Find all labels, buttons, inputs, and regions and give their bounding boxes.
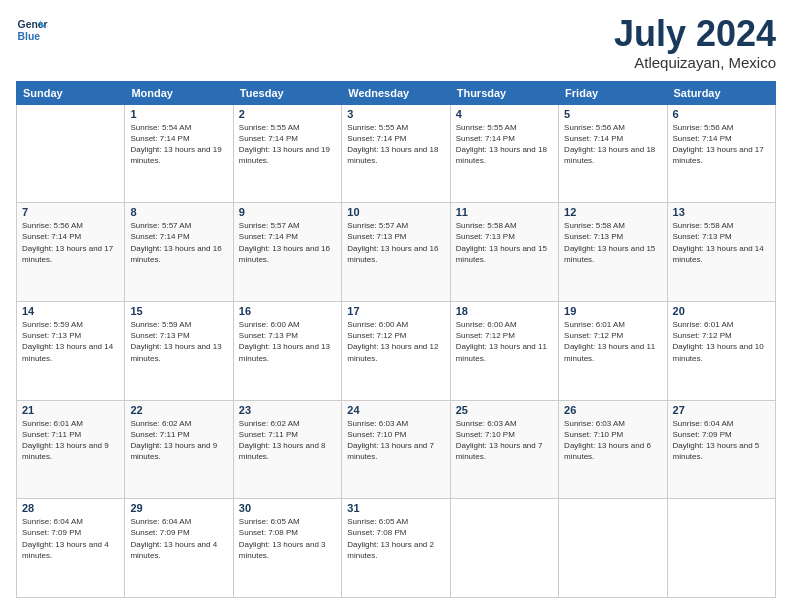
- calendar-cell: 28Sunrise: 6:04 AMSunset: 7:09 PMDayligh…: [17, 499, 125, 598]
- day-number: 31: [347, 502, 444, 514]
- calendar-cell: 24Sunrise: 6:03 AMSunset: 7:10 PMDayligh…: [342, 400, 450, 499]
- week-row: 28Sunrise: 6:04 AMSunset: 7:09 PMDayligh…: [17, 499, 776, 598]
- day-of-week-header: Sunday: [17, 81, 125, 104]
- calendar-cell: 14Sunrise: 5:59 AMSunset: 7:13 PMDayligh…: [17, 301, 125, 400]
- calendar-cell: 10Sunrise: 5:57 AMSunset: 7:13 PMDayligh…: [342, 203, 450, 302]
- day-of-week-header: Tuesday: [233, 81, 341, 104]
- day-of-week-header: Wednesday: [342, 81, 450, 104]
- day-info: Sunrise: 6:05 AMSunset: 7:08 PMDaylight:…: [239, 516, 336, 561]
- day-of-week-header: Friday: [559, 81, 667, 104]
- calendar-cell: 17Sunrise: 6:00 AMSunset: 7:12 PMDayligh…: [342, 301, 450, 400]
- day-number: 8: [130, 206, 227, 218]
- day-info: Sunrise: 5:57 AMSunset: 7:14 PMDaylight:…: [239, 220, 336, 265]
- day-info: Sunrise: 6:01 AMSunset: 7:11 PMDaylight:…: [22, 418, 119, 463]
- day-number: 2: [239, 108, 336, 120]
- day-info: Sunrise: 6:00 AMSunset: 7:13 PMDaylight:…: [239, 319, 336, 364]
- title-block: July 2024 Atlequizayan, Mexico: [614, 14, 776, 71]
- calendar-cell: 18Sunrise: 6:00 AMSunset: 7:12 PMDayligh…: [450, 301, 558, 400]
- day-number: 24: [347, 404, 444, 416]
- week-row: 21Sunrise: 6:01 AMSunset: 7:11 PMDayligh…: [17, 400, 776, 499]
- day-number: 6: [673, 108, 770, 120]
- day-number: 5: [564, 108, 661, 120]
- day-info: Sunrise: 6:00 AMSunset: 7:12 PMDaylight:…: [347, 319, 444, 364]
- day-number: 7: [22, 206, 119, 218]
- day-number: 12: [564, 206, 661, 218]
- header: General Blue July 2024 Atlequizayan, Mex…: [16, 14, 776, 71]
- day-info: Sunrise: 6:01 AMSunset: 7:12 PMDaylight:…: [564, 319, 661, 364]
- logo-icon: General Blue: [16, 14, 48, 46]
- day-info: Sunrise: 5:59 AMSunset: 7:13 PMDaylight:…: [22, 319, 119, 364]
- day-number: 27: [673, 404, 770, 416]
- day-number: 3: [347, 108, 444, 120]
- day-number: 21: [22, 404, 119, 416]
- calendar-cell: 27Sunrise: 6:04 AMSunset: 7:09 PMDayligh…: [667, 400, 775, 499]
- day-number: 28: [22, 502, 119, 514]
- calendar-cell: 11Sunrise: 5:58 AMSunset: 7:13 PMDayligh…: [450, 203, 558, 302]
- day-of-week-header: Saturday: [667, 81, 775, 104]
- day-number: 26: [564, 404, 661, 416]
- month-title: July 2024: [614, 14, 776, 54]
- day-of-week-header: Thursday: [450, 81, 558, 104]
- day-number: 17: [347, 305, 444, 317]
- day-number: 16: [239, 305, 336, 317]
- week-row: 1Sunrise: 5:54 AMSunset: 7:14 PMDaylight…: [17, 104, 776, 203]
- day-number: 23: [239, 404, 336, 416]
- calendar-cell: 30Sunrise: 6:05 AMSunset: 7:08 PMDayligh…: [233, 499, 341, 598]
- day-number: 10: [347, 206, 444, 218]
- day-info: Sunrise: 5:58 AMSunset: 7:13 PMDaylight:…: [564, 220, 661, 265]
- calendar-cell: 4Sunrise: 5:55 AMSunset: 7:14 PMDaylight…: [450, 104, 558, 203]
- calendar-cell: [667, 499, 775, 598]
- day-info: Sunrise: 6:04 AMSunset: 7:09 PMDaylight:…: [673, 418, 770, 463]
- day-info: Sunrise: 6:03 AMSunset: 7:10 PMDaylight:…: [564, 418, 661, 463]
- calendar-cell: [559, 499, 667, 598]
- calendar-cell: [17, 104, 125, 203]
- day-info: Sunrise: 5:55 AMSunset: 7:14 PMDaylight:…: [239, 122, 336, 167]
- day-info: Sunrise: 5:56 AMSunset: 7:14 PMDaylight:…: [22, 220, 119, 265]
- logo: General Blue: [16, 14, 48, 46]
- calendar-cell: 20Sunrise: 6:01 AMSunset: 7:12 PMDayligh…: [667, 301, 775, 400]
- day-info: Sunrise: 6:03 AMSunset: 7:10 PMDaylight:…: [347, 418, 444, 463]
- day-number: 22: [130, 404, 227, 416]
- day-info: Sunrise: 5:55 AMSunset: 7:14 PMDaylight:…: [347, 122, 444, 167]
- calendar-cell: [450, 499, 558, 598]
- day-info: Sunrise: 5:54 AMSunset: 7:14 PMDaylight:…: [130, 122, 227, 167]
- calendar-cell: 26Sunrise: 6:03 AMSunset: 7:10 PMDayligh…: [559, 400, 667, 499]
- calendar-table: SundayMondayTuesdayWednesdayThursdayFrid…: [16, 81, 776, 598]
- day-number: 11: [456, 206, 553, 218]
- day-number: 13: [673, 206, 770, 218]
- day-number: 20: [673, 305, 770, 317]
- day-number: 9: [239, 206, 336, 218]
- calendar-cell: 8Sunrise: 5:57 AMSunset: 7:14 PMDaylight…: [125, 203, 233, 302]
- calendar-cell: 22Sunrise: 6:02 AMSunset: 7:11 PMDayligh…: [125, 400, 233, 499]
- day-number: 1: [130, 108, 227, 120]
- day-number: 4: [456, 108, 553, 120]
- day-info: Sunrise: 5:59 AMSunset: 7:13 PMDaylight:…: [130, 319, 227, 364]
- day-info: Sunrise: 5:58 AMSunset: 7:13 PMDaylight:…: [456, 220, 553, 265]
- week-row: 14Sunrise: 5:59 AMSunset: 7:13 PMDayligh…: [17, 301, 776, 400]
- day-number: 19: [564, 305, 661, 317]
- calendar-cell: 31Sunrise: 6:05 AMSunset: 7:08 PMDayligh…: [342, 499, 450, 598]
- day-number: 18: [456, 305, 553, 317]
- calendar-cell: 15Sunrise: 5:59 AMSunset: 7:13 PMDayligh…: [125, 301, 233, 400]
- day-info: Sunrise: 6:05 AMSunset: 7:08 PMDaylight:…: [347, 516, 444, 561]
- day-info: Sunrise: 5:56 AMSunset: 7:14 PMDaylight:…: [564, 122, 661, 167]
- day-of-week-header: Monday: [125, 81, 233, 104]
- day-number: 14: [22, 305, 119, 317]
- day-info: Sunrise: 6:04 AMSunset: 7:09 PMDaylight:…: [22, 516, 119, 561]
- day-number: 25: [456, 404, 553, 416]
- calendar-cell: 3Sunrise: 5:55 AMSunset: 7:14 PMDaylight…: [342, 104, 450, 203]
- calendar-cell: 7Sunrise: 5:56 AMSunset: 7:14 PMDaylight…: [17, 203, 125, 302]
- calendar-cell: 25Sunrise: 6:03 AMSunset: 7:10 PMDayligh…: [450, 400, 558, 499]
- calendar-cell: 6Sunrise: 5:56 AMSunset: 7:14 PMDaylight…: [667, 104, 775, 203]
- day-number: 29: [130, 502, 227, 514]
- day-info: Sunrise: 6:02 AMSunset: 7:11 PMDaylight:…: [130, 418, 227, 463]
- day-info: Sunrise: 5:58 AMSunset: 7:13 PMDaylight:…: [673, 220, 770, 265]
- location: Atlequizayan, Mexico: [614, 54, 776, 71]
- calendar-cell: 21Sunrise: 6:01 AMSunset: 7:11 PMDayligh…: [17, 400, 125, 499]
- day-info: Sunrise: 6:01 AMSunset: 7:12 PMDaylight:…: [673, 319, 770, 364]
- calendar-cell: 2Sunrise: 5:55 AMSunset: 7:14 PMDaylight…: [233, 104, 341, 203]
- day-info: Sunrise: 5:57 AMSunset: 7:13 PMDaylight:…: [347, 220, 444, 265]
- day-number: 30: [239, 502, 336, 514]
- svg-text:Blue: Blue: [18, 31, 41, 42]
- day-info: Sunrise: 6:02 AMSunset: 7:11 PMDaylight:…: [239, 418, 336, 463]
